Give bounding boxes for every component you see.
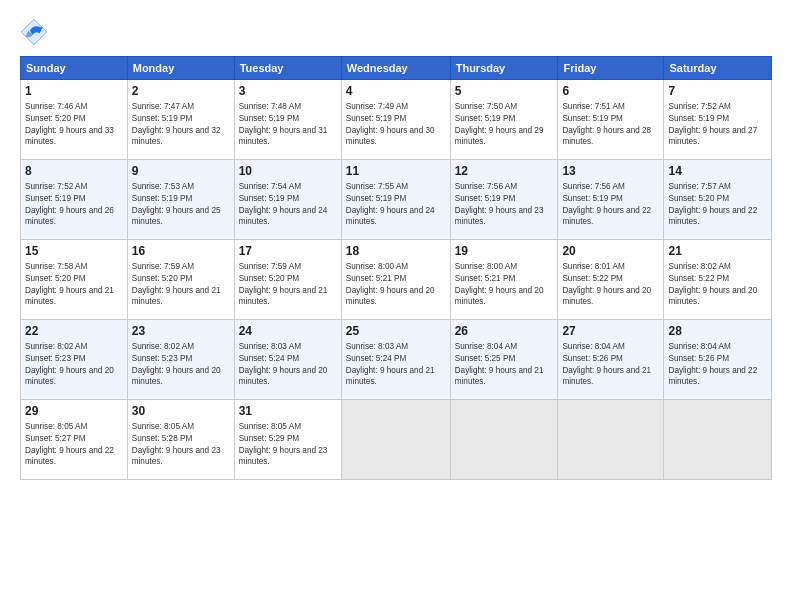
day-number: 31 [239,403,337,420]
day-info: Sunrise: 8:04 AMSunset: 5:25 PMDaylight:… [455,342,544,387]
day-number: 26 [455,323,554,340]
day-number: 22 [25,323,123,340]
day-info: Sunrise: 7:52 AMSunset: 5:19 PMDaylight:… [668,102,757,147]
day-info: Sunrise: 7:49 AMSunset: 5:19 PMDaylight:… [346,102,435,147]
day-number: 20 [562,243,659,260]
day-number: 19 [455,243,554,260]
day-info: Sunrise: 7:59 AMSunset: 5:20 PMDaylight:… [239,262,328,307]
day-info: Sunrise: 8:02 AMSunset: 5:23 PMDaylight:… [25,342,114,387]
calendar-cell: 21 Sunrise: 8:02 AMSunset: 5:22 PMDaylig… [664,240,772,320]
calendar-cell: 8 Sunrise: 7:52 AMSunset: 5:19 PMDayligh… [21,160,128,240]
day-number: 7 [668,83,767,100]
calendar-cell: 27 Sunrise: 8:04 AMSunset: 5:26 PMDaylig… [558,320,664,400]
calendar-cell: 20 Sunrise: 8:01 AMSunset: 5:22 PMDaylig… [558,240,664,320]
calendar-header-monday: Monday [127,57,234,80]
day-info: Sunrise: 7:56 AMSunset: 5:19 PMDaylight:… [455,182,544,227]
day-info: Sunrise: 7:55 AMSunset: 5:19 PMDaylight:… [346,182,435,227]
day-info: Sunrise: 8:00 AMSunset: 5:21 PMDaylight:… [346,262,435,307]
calendar-header-row: SundayMondayTuesdayWednesdayThursdayFrid… [21,57,772,80]
day-info: Sunrise: 7:48 AMSunset: 5:19 PMDaylight:… [239,102,328,147]
day-number: 28 [668,323,767,340]
day-number: 24 [239,323,337,340]
calendar-cell: 31 Sunrise: 8:05 AMSunset: 5:29 PMDaylig… [234,400,341,480]
day-number: 18 [346,243,446,260]
calendar-week-3: 15 Sunrise: 7:58 AMSunset: 5:20 PMDaylig… [21,240,772,320]
calendar-cell: 13 Sunrise: 7:56 AMSunset: 5:19 PMDaylig… [558,160,664,240]
day-number: 17 [239,243,337,260]
calendar-cell: 7 Sunrise: 7:52 AMSunset: 5:19 PMDayligh… [664,80,772,160]
calendar-cell: 6 Sunrise: 7:51 AMSunset: 5:19 PMDayligh… [558,80,664,160]
calendar-week-1: 1 Sunrise: 7:46 AMSunset: 5:20 PMDayligh… [21,80,772,160]
day-number: 2 [132,83,230,100]
day-info: Sunrise: 7:47 AMSunset: 5:19 PMDaylight:… [132,102,221,147]
day-info: Sunrise: 7:59 AMSunset: 5:20 PMDaylight:… [132,262,221,307]
calendar-cell [341,400,450,480]
calendar-cell: 9 Sunrise: 7:53 AMSunset: 5:19 PMDayligh… [127,160,234,240]
day-number: 25 [346,323,446,340]
calendar-cell [450,400,558,480]
calendar-cell: 1 Sunrise: 7:46 AMSunset: 5:20 PMDayligh… [21,80,128,160]
calendar-cell: 12 Sunrise: 7:56 AMSunset: 5:19 PMDaylig… [450,160,558,240]
day-number: 23 [132,323,230,340]
day-number: 9 [132,163,230,180]
day-info: Sunrise: 8:03 AMSunset: 5:24 PMDaylight:… [346,342,435,387]
day-number: 1 [25,83,123,100]
calendar-table: SundayMondayTuesdayWednesdayThursdayFrid… [20,56,772,480]
day-number: 5 [455,83,554,100]
calendar-cell: 25 Sunrise: 8:03 AMSunset: 5:24 PMDaylig… [341,320,450,400]
calendar-cell: 28 Sunrise: 8:04 AMSunset: 5:26 PMDaylig… [664,320,772,400]
calendar-cell: 5 Sunrise: 7:50 AMSunset: 5:19 PMDayligh… [450,80,558,160]
calendar-cell: 11 Sunrise: 7:55 AMSunset: 5:19 PMDaylig… [341,160,450,240]
header-row [20,18,772,46]
calendar-cell: 24 Sunrise: 8:03 AMSunset: 5:24 PMDaylig… [234,320,341,400]
calendar-week-2: 8 Sunrise: 7:52 AMSunset: 5:19 PMDayligh… [21,160,772,240]
day-number: 27 [562,323,659,340]
day-info: Sunrise: 7:54 AMSunset: 5:19 PMDaylight:… [239,182,328,227]
day-info: Sunrise: 7:52 AMSunset: 5:19 PMDaylight:… [25,182,114,227]
day-info: Sunrise: 7:46 AMSunset: 5:20 PMDaylight:… [25,102,114,147]
day-info: Sunrise: 8:05 AMSunset: 5:28 PMDaylight:… [132,422,221,467]
calendar-cell: 30 Sunrise: 8:05 AMSunset: 5:28 PMDaylig… [127,400,234,480]
day-info: Sunrise: 8:04 AMSunset: 5:26 PMDaylight:… [562,342,651,387]
calendar-cell: 17 Sunrise: 7:59 AMSunset: 5:20 PMDaylig… [234,240,341,320]
calendar-cell: 3 Sunrise: 7:48 AMSunset: 5:19 PMDayligh… [234,80,341,160]
calendar-header-sunday: Sunday [21,57,128,80]
day-number: 29 [25,403,123,420]
day-info: Sunrise: 7:56 AMSunset: 5:19 PMDaylight:… [562,182,651,227]
day-info: Sunrise: 8:02 AMSunset: 5:23 PMDaylight:… [132,342,221,387]
day-number: 3 [239,83,337,100]
day-number: 13 [562,163,659,180]
calendar-cell: 15 Sunrise: 7:58 AMSunset: 5:20 PMDaylig… [21,240,128,320]
calendar-header-friday: Friday [558,57,664,80]
calendar-cell: 18 Sunrise: 8:00 AMSunset: 5:21 PMDaylig… [341,240,450,320]
day-number: 4 [346,83,446,100]
day-number: 11 [346,163,446,180]
calendar-header-thursday: Thursday [450,57,558,80]
day-number: 16 [132,243,230,260]
calendar-cell [558,400,664,480]
calendar-cell: 29 Sunrise: 8:05 AMSunset: 5:27 PMDaylig… [21,400,128,480]
day-info: Sunrise: 8:05 AMSunset: 5:29 PMDaylight:… [239,422,328,467]
day-info: Sunrise: 7:50 AMSunset: 5:19 PMDaylight:… [455,102,544,147]
day-number: 6 [562,83,659,100]
calendar-cell: 10 Sunrise: 7:54 AMSunset: 5:19 PMDaylig… [234,160,341,240]
calendar-header-tuesday: Tuesday [234,57,341,80]
calendar-cell: 22 Sunrise: 8:02 AMSunset: 5:23 PMDaylig… [21,320,128,400]
calendar-cell [664,400,772,480]
logo-icon [20,18,48,46]
calendar-cell: 19 Sunrise: 8:00 AMSunset: 5:21 PMDaylig… [450,240,558,320]
logo [20,18,52,46]
calendar-header-wednesday: Wednesday [341,57,450,80]
day-info: Sunrise: 7:53 AMSunset: 5:19 PMDaylight:… [132,182,221,227]
day-number: 15 [25,243,123,260]
day-number: 30 [132,403,230,420]
calendar-cell: 4 Sunrise: 7:49 AMSunset: 5:19 PMDayligh… [341,80,450,160]
calendar-cell: 23 Sunrise: 8:02 AMSunset: 5:23 PMDaylig… [127,320,234,400]
day-info: Sunrise: 8:00 AMSunset: 5:21 PMDaylight:… [455,262,544,307]
day-info: Sunrise: 8:03 AMSunset: 5:24 PMDaylight:… [239,342,328,387]
day-number: 10 [239,163,337,180]
calendar-cell: 16 Sunrise: 7:59 AMSunset: 5:20 PMDaylig… [127,240,234,320]
calendar-week-5: 29 Sunrise: 8:05 AMSunset: 5:27 PMDaylig… [21,400,772,480]
day-number: 14 [668,163,767,180]
calendar-cell: 14 Sunrise: 7:57 AMSunset: 5:20 PMDaylig… [664,160,772,240]
